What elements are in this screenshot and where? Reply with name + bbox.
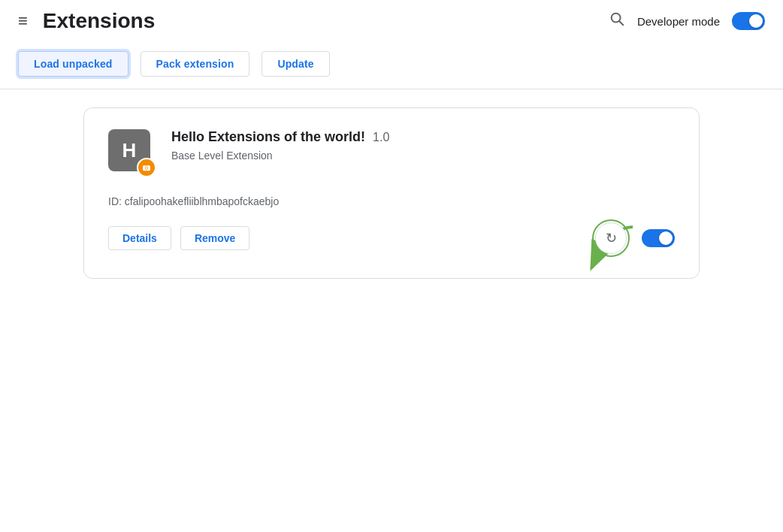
extension-badge <box>137 158 156 177</box>
svg-point-4 <box>146 167 148 169</box>
toolbar: Load unpacked Pack extension Update <box>0 42 783 89</box>
developer-mode-label: Developer mode <box>637 15 720 28</box>
header-left: ≡ Extensions <box>18 9 597 33</box>
remove-button[interactable]: Remove <box>180 226 249 250</box>
extension-action-buttons: Details Remove <box>108 226 249 250</box>
extension-version: 1.0 <box>373 131 389 144</box>
refresh-button-wrapper: ↻ <box>592 219 630 257</box>
extension-name: Hello Extensions of the world! <box>171 129 365 145</box>
load-unpacked-button[interactable]: Load unpacked <box>18 51 128 77</box>
extension-card: H Hello Extensions of the world! 1.0 Bas… <box>83 107 700 279</box>
main-content: H Hello Extensions of the world! 1.0 Bas… <box>0 107 783 279</box>
extension-name-row: Hello Extensions of the world! 1.0 <box>171 129 389 145</box>
details-button[interactable]: Details <box>108 226 171 250</box>
toolbar-divider <box>0 89 783 89</box>
header: ≡ Extensions Developer mode <box>0 0 783 42</box>
hamburger-icon[interactable]: ≡ <box>18 13 28 29</box>
header-right: Developer mode <box>609 11 765 32</box>
extension-info: Hello Extensions of the world! 1.0 Base … <box>171 129 389 162</box>
svg-line-1 <box>619 21 623 25</box>
pack-extension-button[interactable]: Pack extension <box>141 51 250 77</box>
developer-mode-toggle[interactable] <box>732 12 765 30</box>
extension-card-header: H Hello Extensions of the world! 1.0 Bas… <box>108 129 675 177</box>
extension-enable-toggle[interactable] <box>642 229 675 247</box>
extension-icon-wrapper: H <box>108 129 156 177</box>
page-title: Extensions <box>43 9 155 33</box>
extension-description: Base Level Extension <box>171 150 389 162</box>
update-button[interactable]: Update <box>262 51 329 77</box>
search-icon[interactable] <box>609 11 625 32</box>
extension-id: ID: cfalipoohakefliiblhmbapofckaebjo <box>108 195 675 207</box>
refresh-highlight-circle <box>592 219 630 257</box>
